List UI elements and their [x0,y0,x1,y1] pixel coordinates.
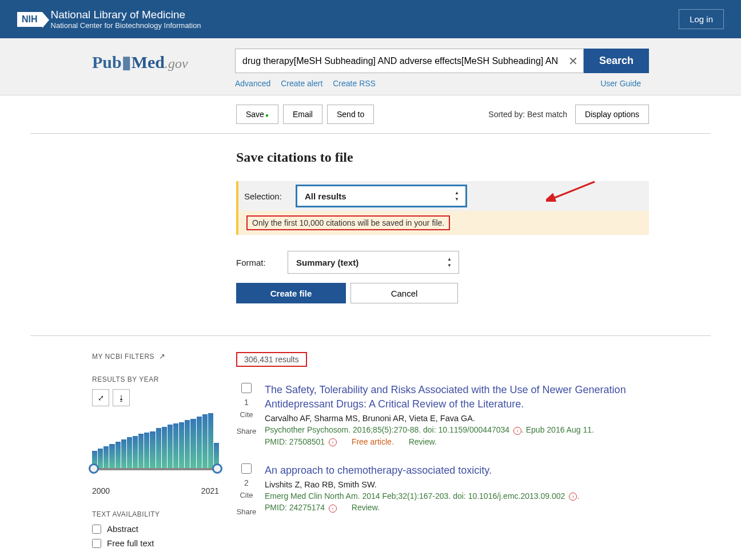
nih-logo[interactable]: NIH National Library of Medicine Nationa… [17,9,201,30]
histogram-bar[interactable] [197,417,202,469]
slider-handle-end[interactable] [212,463,222,474]
download-chart-button[interactable]: ⭳ [113,389,130,406]
result-pmid: PMID: 24275174 [265,503,325,512]
results-count: 306,431 results [236,352,307,367]
advanced-link[interactable]: Advanced [235,79,270,88]
histogram-bar[interactable] [173,423,178,469]
year-histogram[interactable] [92,412,219,481]
result-number: 1 [236,398,257,407]
result-checkbox[interactable] [241,383,252,393]
create-rss-link[interactable]: Create RSS [333,79,376,88]
user-guide-link[interactable]: User Guide [600,79,641,88]
year-end: 2021 [201,486,219,495]
histogram-bar[interactable] [121,439,126,469]
expand-chart-button[interactable]: ⤢ [92,389,109,406]
result-pmid: PMID: 27508501 [265,437,325,446]
result-item: 1 Cite Share The Safety, Tolerability an… [236,383,649,446]
cancel-button[interactable]: Cancel [350,283,458,303]
histogram-bar[interactable] [208,413,213,469]
histogram-bar[interactable] [103,446,109,469]
action-bar: Save● Email Send to Sorted by: Best matc… [30,95,711,134]
svg-line-0 [552,182,595,199]
book-icon: ▮ [122,53,132,71]
format-label: Format: [236,258,288,267]
histogram-bar[interactable] [162,427,167,469]
result-title-link[interactable]: An approach to chemotherapy-associated t… [265,463,649,478]
selection-dropdown[interactable]: All results [296,185,467,207]
info-icon[interactable] [513,427,521,435]
active-dot-icon: ● [265,112,269,118]
info-icon[interactable] [569,493,577,501]
external-link-icon: ↗ [159,352,166,361]
abstract-label: Abstract [107,524,138,534]
search-button[interactable]: Search [584,49,649,73]
histogram-bar[interactable] [185,420,190,469]
share-link[interactable]: Share [236,504,257,521]
result-journal: Psychother Psychosom. 2016;85(5):270-88.… [265,425,649,434]
create-file-button[interactable]: Create file [236,283,346,303]
histogram-bar[interactable] [150,431,155,469]
histogram-bar[interactable] [179,422,184,469]
slider-handle-start[interactable] [89,463,99,474]
org-subtitle: National Center for Biotechnology Inform… [51,21,201,30]
histogram-bar[interactable] [109,444,114,469]
filter-free-full-text[interactable]: Free full text [92,538,219,548]
review-badge: Review. [352,503,380,512]
search-input[interactable] [235,49,584,73]
dropdown-caret-icon [447,257,452,268]
format-dropdown[interactable]: Summary (text) [288,251,459,274]
histogram-bar[interactable] [144,433,149,469]
send-to-button[interactable]: Send to [327,105,374,124]
result-title-link[interactable]: The Safety, Tolerability and Risks Assoc… [265,383,649,411]
share-link[interactable]: Share [236,423,257,440]
dropdown-caret-icon [455,190,459,202]
results-main: 306,431 results 1 Cite Share The Safety,… [236,352,649,560]
histogram-bar[interactable] [168,425,173,469]
result-journal: Emerg Med Clin North Am. 2014 Feb;32(1):… [265,491,649,501]
result-authors: Livshits Z, Rao RB, Smith SW. [265,480,649,489]
site-header: NIH National Library of Medicine Nationa… [0,0,741,38]
logo-gov: .gov [165,56,188,71]
display-options-button[interactable]: Display options [575,105,649,124]
warning-bar: Only the first 10,000 citations will be … [236,211,649,235]
info-icon[interactable] [329,438,337,446]
pubmed-logo[interactable]: Pub▮Med.gov [92,49,235,72]
result-item: 2 Cite Share An approach to chemotherapy… [236,463,649,520]
histogram-bar[interactable] [138,434,144,469]
histogram-bar[interactable] [202,414,208,469]
logo-med: Med [132,53,165,71]
selection-label: Selection: [244,191,296,201]
save-label: Save [246,110,264,119]
histogram-bar[interactable] [190,419,196,469]
create-alert-link[interactable]: Create alert [281,79,322,88]
histogram-bar[interactable] [156,428,161,469]
free-full-text-label: Free full text [107,538,154,548]
free-full-text-checkbox[interactable] [92,539,101,548]
cite-link[interactable]: Cite [236,487,257,504]
cite-link[interactable]: Cite [236,407,257,423]
email-button[interactable]: Email [283,105,322,124]
histogram-bar[interactable] [115,442,121,469]
histogram-bar[interactable] [133,436,138,469]
login-button[interactable]: Log in [679,9,724,29]
review-badge: Review. [409,437,437,446]
result-checkbox[interactable] [241,463,252,474]
clear-search-icon[interactable]: ✕ [568,54,578,68]
annotation-arrow-icon [546,179,597,202]
warning-text: Only the first 10,000 citations will be … [246,215,450,230]
my-ncbi-filters-heading[interactable]: MY NCBI FILTERS ↗ [92,352,219,361]
sorted-by-label[interactable]: Sorted by: Best match [488,110,567,119]
histogram-bar[interactable] [127,437,132,469]
filter-abstract[interactable]: Abstract [92,524,219,534]
save-button[interactable]: Save● [236,105,278,124]
save-citations-panel: Save citations to file Selection: All re… [30,134,711,336]
results-area: MY NCBI FILTERS ↗ RESULTS BY YEAR ⤢ ⭳ 20… [30,336,711,560]
nih-badge-icon: NIH [17,12,42,27]
filters-label: MY NCBI FILTERS [92,353,154,361]
info-icon[interactable] [329,505,337,513]
logo-pub: Pub [92,53,122,71]
histogram-bar[interactable] [98,449,103,469]
selection-value: All results [305,191,346,201]
free-article-badge: Free article. [352,437,394,446]
abstract-checkbox[interactable] [92,525,101,534]
